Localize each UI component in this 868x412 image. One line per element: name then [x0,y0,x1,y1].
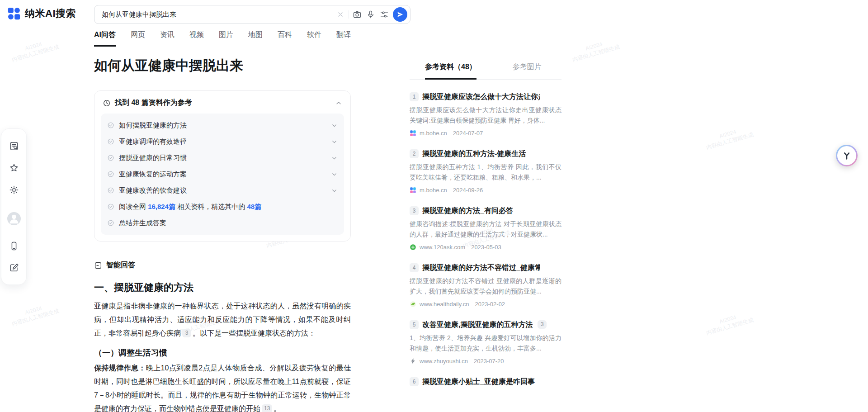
process-step[interactable]: 亚健康改善的饮食建议 [107,182,338,199]
assistant-logo-icon [837,146,856,165]
history-icon[interactable] [9,141,19,152]
chevron-down-icon[interactable] [331,187,338,194]
clear-icon[interactable] [334,8,347,21]
reference-item[interactable]: 2 摆脱亚健康的五种方法-健康生活 摆脱亚健康的五种方法 1、均衡营养 因此，我… [410,149,561,194]
tab-baike[interactable]: 百科 [278,30,292,47]
reference-item[interactable]: 1 摆脱亚健康应该怎么做十大方法让你走... 摆脱亚健康应该怎么做十大方法让你走… [410,92,561,137]
references-tabs: 参考资料（48） 参考图片 [410,62,561,80]
tab-images[interactable]: 图片 [219,30,233,47]
reference-title[interactable]: 摆脱亚健康小贴士_亚健康是咋回事 [422,377,535,386]
camera-icon[interactable] [350,8,364,21]
check-circle-icon [107,219,114,227]
process-final-row: 总结并生成答案 [107,215,338,231]
reference-title[interactable]: 摆脱亚健康的方法_有问必答 [422,206,513,215]
chevron-down-icon[interactable] [331,122,338,129]
site-favicon-icon [410,301,416,308]
tab-software[interactable]: 软件 [307,30,321,47]
reference-item[interactable]: 4 摆脱亚健康的好方法不容错过_健康常识 摆脱亚健康的好方法不容错过 亚健康的人… [410,263,561,308]
page-title: 如何从亚健康中摆脱出来 [94,56,351,75]
reference-number-badge: 5 [410,320,419,329]
settings-gear-icon[interactable] [9,185,19,195]
tab-ai-qa[interactable]: AI问答 [94,30,116,47]
reference-title-row[interactable]: 4 摆脱亚健康的好方法不容错过_健康常识 [410,263,561,272]
search-input[interactable] [102,11,334,19]
left-toolbar [1,128,27,285]
tab-reference-images[interactable]: 参考图片 [513,62,542,79]
process-step-label: 亚健康调理的有效途径 [119,137,187,146]
answer-point-lead: 保持规律作息： [94,364,146,372]
tab-references[interactable]: 参考资料（48） [425,62,476,80]
tab-news[interactable]: 资讯 [160,30,175,47]
microphone-icon[interactable] [364,8,377,21]
reference-title-row[interactable]: 6 摆脱亚健康小贴士_亚健康是咋回事 [410,377,561,386]
chevron-down-icon[interactable] [331,155,338,161]
process-step-label: 摆脱亚健康的日常习惯 [119,154,187,162]
citation-badge[interactable]: 13 [262,404,272,412]
reference-item[interactable]: 6 摆脱亚健康小贴士_亚健康是咋回事 [410,377,561,386]
process-steps-box: 如何摆脱亚健康的方法 亚健康调理的有效途径 摆脱亚健康的日常习惯 亚健康恢复的运… [101,114,344,235]
reference-meta: m.bohe.cn 2024-07-07 [410,130,561,137]
reference-date: 2023-05-03 [471,244,501,251]
reference-snippet: 1、均衡营养 2、培养兴趣 兴趣爱好可以增加你的活力和情趣，使生活更加充实，生机… [410,333,561,354]
main-content: 如何从亚健康中摆脱出来 找到 48 篇资料作为参考 如何摆脱亚健康的方法 亚健康… [94,56,351,412]
reference-title[interactable]: 改善亚健康,摆脱亚健康的五种方法 [422,320,533,329]
search-bar[interactable] [94,5,410,24]
search-submit-button[interactable] [393,7,407,22]
process-step[interactable]: 亚健康恢复的运动方案 [107,166,338,182]
process-step[interactable]: 摆脱亚健康的日常习惯 [107,150,338,166]
check-circle-icon [107,122,114,129]
reference-source: m.bohe.cn [420,187,447,194]
chevron-down-icon[interactable] [331,138,338,145]
process-step-label: 如何摆脱亚健康的方法 [119,121,187,130]
feedback-edit-icon[interactable] [9,262,19,273]
process-card-header[interactable]: 找到 48 篇资料作为参考 [101,98,344,108]
read-count-total[interactable]: 16,824篇 [148,203,175,210]
app-logo-icon [7,7,21,20]
chevron-down-icon[interactable] [331,171,338,178]
reference-number-badge: 6 [410,377,419,386]
header: 纳米AI搜索 [0,0,868,29]
reference-number-badge: 1 [410,92,419,101]
tab-videos[interactable]: 视频 [189,30,204,47]
reference-title[interactable]: 摆脱亚健康的五种方法-健康生活 [422,149,526,158]
smart-answer-header: 智能回答 [94,260,351,270]
user-avatar[interactable] [7,212,21,225]
reference-snippet: 摆脱亚健康的五种方法 1、均衡营养 因此，我们不仅要吃美味佳肴，还要吃粗粮、粗粮… [410,162,561,183]
process-step[interactable]: 如何摆脱亚健康的方法 [107,117,338,133]
read-count-selected[interactable]: 48篇 [247,203,261,210]
app-logo[interactable]: 纳米AI搜索 [7,7,76,20]
process-step[interactable]: 亚健康调理的有效途径 [107,133,338,150]
process-step-label: 亚健康恢复的运动方案 [119,170,187,179]
assistant-float-button[interactable] [836,145,858,166]
reference-item[interactable]: 3 摆脱亚健康的方法_有问必答 健康咨询描述:摆脱亚健康的方法 对于长期亚健康状… [410,206,561,251]
process-read-stats: 阅读全网 16,824篇 相关资料，精选其中的 48篇 [119,203,261,211]
favorites-star-icon[interactable] [9,163,19,174]
answer-section-heading: 一、摆脱亚健康的方法 [94,281,351,294]
check-circle-icon [107,203,114,210]
reference-meta: m.bohe.cn 2024-09-26 [410,187,561,194]
answer-paragraph: 保持规律作息：晚上10点到凌晨2点是人体物质合成、分解以及疲劳恢复的最佳时期，同… [94,361,351,412]
reference-title[interactable]: 摆脱亚健康应该怎么做十大方法让你走... [422,92,540,101]
reference-item[interactable]: 5 改善亚健康,摆脱亚健康的五种方法 3 1、均衡营养 2、培养兴趣 兴趣爱好可… [410,320,561,365]
reference-title-row[interactable]: 2 摆脱亚健康的五种方法-健康生活 [410,149,561,158]
tab-translate[interactable]: 翻译 [336,30,351,47]
answer-subheading: （一）调整生活习惯 [94,347,351,358]
reference-title[interactable]: 摆脱亚健康的好方法不容错过_健康常识 [422,263,540,272]
reference-date: 2023-07-20 [474,358,504,365]
tab-webpages[interactable]: 网页 [131,30,145,47]
reference-title-row[interactable]: 1 摆脱亚健康应该怎么做十大方法让你走... [410,92,561,101]
citation-badge[interactable]: 3 [182,329,191,337]
site-favicon-icon [410,358,416,365]
reference-snippet: 摆脱亚健康应该怎么做十大方法让你走出亚健康状态 关键词:亚健康白领保健预防亚健康… [410,105,561,126]
citation-badge[interactable]: 3 [538,320,547,329]
filter-sliders-icon[interactable] [377,8,391,21]
mobile-app-icon[interactable] [9,241,19,251]
site-favicon-icon [410,187,416,194]
reference-meta: www.healthdaily.cn 2023-02-02 [410,301,561,308]
tab-maps[interactable]: 地图 [248,30,263,47]
chevron-up-icon[interactable] [335,99,342,107]
watermark: AI2024内容由人工智能生成 [570,36,621,64]
reference-title-row[interactable]: 5 改善亚健康,摆脱亚健康的五种方法 3 [410,320,561,329]
process-final-label: 总结并生成答案 [119,219,166,227]
reference-title-row[interactable]: 3 摆脱亚健康的方法_有问必答 [410,206,561,215]
